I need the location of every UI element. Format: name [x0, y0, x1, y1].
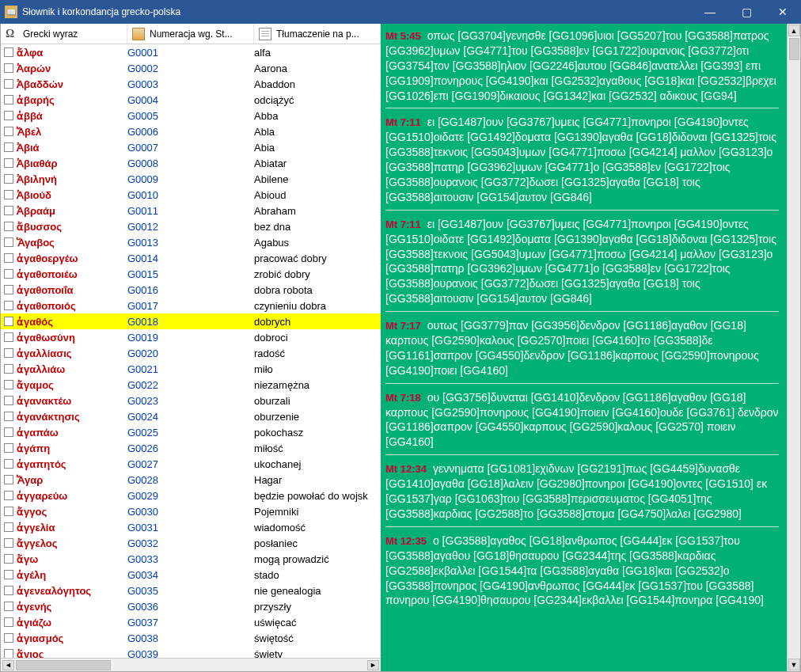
- greek-cell: ἀγαθοποιέω: [1, 268, 127, 280]
- strong-number: G0027: [127, 458, 254, 470]
- greek-word: ἀγγελία: [17, 522, 55, 533]
- table-row[interactable]: ἈβιαθάρG0008Abiatar: [1, 155, 381, 171]
- table-row[interactable]: ἀγάπηG0026miłość: [1, 440, 381, 456]
- table-row[interactable]: ἀγγελίαG0031wiadomość: [1, 519, 381, 535]
- table-row[interactable]: ἈβαδδώνG0003Abaddon: [1, 76, 381, 92]
- entry-icon: [4, 396, 13, 405]
- translation: oburzali: [254, 395, 381, 407]
- translation: Abia: [254, 142, 381, 154]
- entry-icon: [4, 142, 13, 152]
- strong-number: G0035: [127, 585, 254, 597]
- scroll-down-arrow[interactable]: ▼: [788, 659, 800, 670]
- table-row[interactable]: ἄγγελοςG0032posłaniec: [1, 535, 381, 551]
- strong-number: G0029: [127, 490, 254, 502]
- table-row[interactable]: ἄγωG0033mogą prowadzić: [1, 551, 381, 567]
- table-row[interactable]: ἀγανακτέωG0023oburzali: [1, 393, 381, 408]
- table-row[interactable]: ἀγαθωσύνηG0019dobroci: [1, 329, 381, 345]
- greek-word: Ἀβιαθάρ: [17, 158, 58, 169]
- greek-word: ἄγγος: [17, 506, 47, 518]
- entry-icon: [4, 253, 13, 263]
- table-row[interactable]: ἀγαθοποιόςG0017czynieniu dobra: [1, 298, 381, 313]
- table-row[interactable]: ἈβιληνήG0009Abilene: [1, 171, 381, 187]
- table-row[interactable]: ἄγγοςG0030Pojemniki: [1, 503, 381, 519]
- greek-word: ἀγαλλίασις: [17, 347, 72, 359]
- concordance-panel[interactable]: Mt 5:45 οπως [GG3704]γενησθε [GG1096]υιο…: [381, 24, 787, 671]
- concordance-entry[interactable]: Mt 7:11 ει [GG1487]ουν [GG3767]υμεις [GG…: [385, 217, 779, 312]
- table-row[interactable]: ἈβιούδG0010Abioud: [1, 187, 381, 203]
- dictionary-list[interactable]: ἄλφαG0001alfaἈαρώνG0002AaronaἈβαδδώνG000…: [1, 44, 381, 658]
- table-row[interactable]: ἀγενεαλόγητοςG0035nie genealogia: [1, 583, 381, 598]
- table-row[interactable]: ἀγαθόςG0018dobrych: [1, 313, 381, 329]
- concordance-entry[interactable]: Mt 12:34 γεννηματα [GG1081]εχιδνων [GG21…: [385, 461, 779, 527]
- translation: miłość: [254, 442, 381, 454]
- table-row[interactable]: ἀγαθοποιέωG0015zrobić dobry: [1, 266, 381, 282]
- header-greek-label: Grecki wyraz: [23, 28, 78, 40]
- table-row[interactable]: ἁγιάζωG0037uświęcać: [1, 614, 381, 630]
- strong-number: G0020: [127, 347, 254, 359]
- scroll-thumb-v[interactable]: [789, 38, 799, 60]
- strong-number: G0006: [127, 126, 254, 138]
- concordance-entry[interactable]: Mt 7:18 ου [GG3756]δυναται [GG1410]δενδρ…: [385, 390, 779, 456]
- maximize-button[interactable]: ▢: [728, 0, 765, 24]
- strong-number: G0002: [127, 63, 254, 74]
- header-greek[interactable]: Ω Grecki wyraz: [1, 24, 127, 44]
- greek-cell: Ἀβραάμ: [1, 205, 127, 217]
- entry-icon: [4, 617, 13, 627]
- table-row[interactable]: ἄβυσσοςG0012bez dna: [1, 218, 381, 234]
- scroll-right-arrow[interactable]: ►: [367, 660, 379, 670]
- greek-word: ἀγανάκτησις: [17, 411, 80, 423]
- table-row[interactable]: ἀγέληG0034stado: [1, 567, 381, 583]
- greek-word: ἄγω: [17, 553, 38, 565]
- concordance-entry[interactable]: Mt 12:35 ο [GG3588]αγαθος [GG18]ανθρωπος…: [385, 533, 779, 613]
- table-row[interactable]: ἌγαρG0028Hagar: [1, 472, 381, 488]
- table-row[interactable]: ἈβιάG0007Abia: [1, 139, 381, 155]
- table-row[interactable]: ἈβραάμG0011Abraham: [1, 203, 381, 218]
- table-row[interactable]: ἀγαλλιάωG0021miło: [1, 361, 381, 377]
- table-row[interactable]: ἁγιασμόςG0038świętość: [1, 630, 381, 646]
- scroll-up-arrow[interactable]: ▲: [788, 25, 800, 36]
- header-translation[interactable]: Tłumaczenie na p...: [254, 24, 381, 44]
- table-row[interactable]: ἌβελG0006Abla: [1, 123, 381, 139]
- header-number-label: Numeracja wg. St...: [150, 28, 233, 40]
- table-row[interactable]: ἀγαθοποιΐαG0016dobra robota: [1, 282, 381, 298]
- table-row[interactable]: ἈαρώνG0002Aarona: [1, 60, 381, 76]
- table-row[interactable]: ἀγαθοεργέωG0014pracować dobry: [1, 250, 381, 266]
- concordance-entry[interactable]: Mt 5:45 οπως [GG3704]γενησθε [GG1096]υιο…: [385, 28, 779, 108]
- table-row[interactable]: ἀγαλλίασιςG0020radość: [1, 345, 381, 361]
- table-row[interactable]: ἀβαρήςG0004odciążyć: [1, 92, 381, 108]
- translation: Pojemniki: [254, 506, 381, 518]
- table-row[interactable]: ἅγιοςG0039święty: [1, 646, 381, 658]
- minimize-button[interactable]: —: [692, 0, 728, 24]
- table-row[interactable]: ἀγγαρεύωG0029będzie powołać do wojsk: [1, 488, 381, 503]
- table-row[interactable]: ἀγενήςG0036przyszły: [1, 598, 381, 614]
- concordance-entry[interactable]: Mt 7:17 ουτως [GG3779]παν [GG3956]δενδρο…: [385, 318, 779, 384]
- close-button[interactable]: ✕: [765, 0, 801, 24]
- window-body: Ω Grecki wyraz Numeracja wg. St... Tłuma…: [0, 24, 801, 672]
- strong-number: G0033: [127, 553, 254, 565]
- strong-number: G0015: [127, 268, 254, 280]
- table-row[interactable]: ἀββάG0005Abba: [1, 108, 381, 123]
- strong-number: G0007: [127, 142, 254, 154]
- greek-word: ἀγενής: [17, 601, 51, 613]
- horizontal-scrollbar[interactable]: ◄ ►: [1, 658, 381, 671]
- table-row[interactable]: ἀγαπητόςG0027ukochanej: [1, 456, 381, 472]
- table-row[interactable]: ἄγαμοςG0022niezamężna: [1, 377, 381, 393]
- translation: Abioud: [254, 189, 381, 201]
- table-row[interactable]: ἍγαβοςG0013Agabus: [1, 234, 381, 250]
- concordance-entry[interactable]: Mt 7:11 ει [GG1487]ουν [GG3767]υμεις [GG…: [385, 115, 779, 210]
- header-number[interactable]: Numeracja wg. St...: [127, 24, 254, 44]
- strong-number: G0039: [127, 648, 254, 659]
- scroll-thumb[interactable]: [16, 660, 111, 670]
- entry-icon: [4, 111, 13, 120]
- table-row[interactable]: ἀγανάκτησιςG0024oburzenie: [1, 408, 381, 424]
- verse-text: ουτως [GG3779]παν [GG3956]δενδρον [GG118…: [385, 319, 759, 377]
- scroll-left-arrow[interactable]: ◄: [2, 660, 14, 670]
- entry-icon: [4, 79, 13, 89]
- entry-icon: [4, 222, 13, 231]
- titlebar[interactable]: 📖 Słownik i korkondancja grecko-polska —…: [0, 0, 801, 24]
- dictionary-panel: Ω Grecki wyraz Numeracja wg. St... Tłuma…: [1, 24, 381, 671]
- table-row[interactable]: ἀγαπάωG0025pokochasz: [1, 424, 381, 440]
- table-row[interactable]: ἄλφαG0001alfa: [1, 44, 381, 60]
- scroll-track[interactable]: [788, 61, 800, 658]
- vertical-scrollbar[interactable]: ▲ ▼: [787, 24, 800, 671]
